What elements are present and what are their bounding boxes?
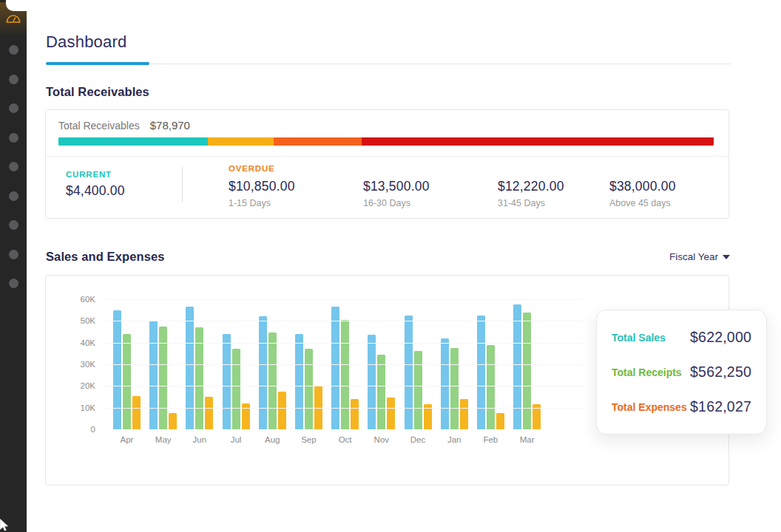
receipts-bar[interactable] (450, 348, 459, 429)
bar-group-jul (223, 334, 250, 429)
x-axis-label: Aug (259, 435, 286, 444)
aging-segment-overdue-1-15 (208, 137, 274, 146)
y-axis-tick: 10K (61, 403, 95, 412)
title-underline (46, 62, 731, 65)
y-axis-tick: 20K (61, 381, 95, 390)
sales-bar[interactable] (331, 307, 339, 429)
totals-row: Total Receipts$562,250 (612, 364, 751, 381)
y-axis-tick: 50K (61, 316, 95, 325)
totals-value: $162,027 (690, 398, 751, 415)
bar-group-sep (295, 334, 322, 429)
sidebar-item-dot[interactable] (9, 220, 18, 230)
sidebar (0, 0, 27, 532)
x-axis-label: Jun (186, 435, 213, 444)
aging-segment-current (58, 137, 208, 146)
overdue-label: OVERDUE (229, 164, 363, 177)
expenses-bar[interactable] (169, 413, 177, 429)
overdue-bucket: $12,220.0031-45 Days (498, 164, 609, 219)
sales-bar[interactable] (368, 335, 376, 429)
overdue-amount: $12,220.00 (498, 179, 609, 194)
page-title: Dashboard (46, 33, 126, 52)
sales-bar[interactable] (223, 334, 231, 429)
x-axis-label: Feb (477, 435, 504, 444)
receivables-aging-bar (58, 137, 714, 146)
expenses-bar[interactable] (496, 413, 504, 429)
sidebar-item-dot[interactable] (9, 250, 18, 259)
receipts-bar[interactable] (305, 349, 313, 429)
sales-bar[interactable] (259, 316, 267, 429)
sales-bar[interactable] (186, 307, 194, 429)
mouse-cursor (0, 519, 9, 532)
overdue-range: 1-15 Days (229, 198, 363, 208)
sidebar-nav (0, 45, 27, 288)
x-axis-label: Nov (368, 435, 395, 444)
sidebar-item-dot[interactable] (9, 191, 18, 201)
x-axis-label: May (149, 435, 177, 444)
gridline (104, 343, 584, 344)
bar-group-oct (331, 307, 359, 429)
expenses-bar[interactable] (132, 396, 141, 429)
sidebar-item-dot[interactable] (9, 103, 18, 113)
bar-group-mar (513, 304, 541, 429)
gridline (104, 386, 584, 386)
overdue-range: Above 45 days (609, 198, 676, 208)
y-axis-tick: 30K (61, 360, 95, 369)
receipts-bar[interactable] (377, 355, 385, 429)
sales-bar[interactable] (113, 310, 121, 429)
totals-summary-panel: Total Sales$622,000Total Receipts$562,25… (596, 310, 767, 434)
sidebar-item-dot[interactable] (9, 75, 18, 84)
receipts-bar[interactable] (414, 351, 422, 429)
totals-value: $562,250 (690, 364, 751, 381)
receipts-bar[interactable] (123, 334, 131, 429)
sidebar-item-dot[interactable] (9, 133, 18, 143)
overdue-amount: $10,850.00 (229, 179, 363, 194)
sidebar-item-dot[interactable] (9, 162, 18, 171)
expenses-bar[interactable] (460, 399, 468, 429)
gauge-icon (5, 12, 21, 27)
receivables-total-amount: $78,970 (150, 119, 190, 132)
fiscal-year-dropdown[interactable]: Fiscal Year (669, 251, 730, 262)
x-axis-label: Mar (513, 435, 541, 444)
gridline (104, 321, 584, 321)
bar-group-apr (113, 310, 141, 429)
totals-label: Total Sales (612, 332, 666, 344)
current-block: CURRENT $4,400.00 (66, 164, 182, 219)
sidebar-item-dot[interactable] (9, 279, 18, 288)
x-axis-label: Jul (223, 435, 250, 444)
receipts-bar[interactable] (268, 332, 277, 429)
bar-group-dec (405, 316, 432, 429)
expenses-bar[interactable] (278, 392, 286, 429)
x-axis-label: Oct (331, 435, 359, 444)
totals-label: Total Receipts (612, 366, 682, 378)
y-axis-tick: 60K (61, 295, 95, 304)
overdue-range: 31-45 Days (498, 198, 609, 208)
receipts-bar[interactable] (159, 327, 167, 429)
sales-bar[interactable] (513, 304, 521, 429)
receipts-bar[interactable] (341, 320, 349, 429)
aging-segment-overdue-above (362, 137, 714, 146)
overdue-amount: $38,000.00 (609, 179, 676, 194)
totals-label: Total Expenses (612, 401, 687, 413)
sales-bar[interactable] (477, 316, 485, 429)
x-axis-label: Apr (113, 435, 141, 444)
current-label: CURRENT (66, 170, 182, 179)
expenses-bar[interactable] (351, 399, 359, 429)
bar-group-nov (368, 335, 395, 429)
gridline (104, 408, 584, 409)
sales-expenses-section-title: Sales and Expenses (46, 250, 164, 264)
sidebar-item-dot[interactable] (9, 45, 18, 55)
receipts-bar[interactable] (523, 313, 531, 429)
sales-bar[interactable] (149, 321, 158, 429)
gridline (104, 364, 584, 365)
expenses-bar[interactable] (387, 398, 395, 429)
sales-bar[interactable] (441, 338, 449, 429)
sales-bar[interactable] (295, 334, 303, 429)
totals-row: Total Sales$622,000 (612, 329, 751, 346)
expenses-bar[interactable] (205, 397, 213, 429)
receivables-section-title: Total Receivables (46, 85, 149, 99)
overdue-label (498, 164, 609, 177)
receipts-bar[interactable] (232, 349, 240, 429)
receipts-bar[interactable] (487, 345, 495, 429)
receivables-card: Total Receivables $78,970 CURRENT $4,400… (45, 109, 729, 219)
sales-bar[interactable] (405, 316, 413, 429)
